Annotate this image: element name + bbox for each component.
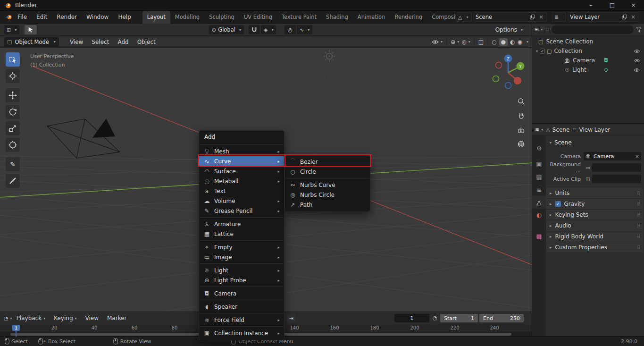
minimize-button[interactable]: – xyxy=(580,0,602,11)
remove-view-layer-button[interactable]: × xyxy=(629,14,637,20)
shading-rendered-button[interactable]: ◉ xyxy=(518,39,522,45)
new-scene-icon[interactable] xyxy=(530,15,535,20)
menu-select[interactable]: Select xyxy=(87,39,113,45)
shading-wireframe-button[interactable]: ○ xyxy=(492,39,496,45)
tab-rendering[interactable]: Rendering xyxy=(390,11,427,24)
drag-handle-icon[interactable]: ⠿ xyxy=(637,212,640,218)
menu-edit[interactable]: Edit xyxy=(32,11,52,24)
show-gizmo-dropdown[interactable]: ⊕ ▾ xyxy=(451,39,459,45)
navigation-gizmo[interactable]: Z Y xyxy=(490,53,527,90)
transform-orientation-dropdown[interactable]: ⊕ Global ▾ xyxy=(209,25,244,34)
tab-animation[interactable]: Animation xyxy=(353,11,390,24)
scene-name-field[interactable]: Scene × xyxy=(473,12,547,22)
frame-start-field[interactable]: Start 1 xyxy=(440,314,478,322)
tab-uv-editing[interactable]: UV Editing xyxy=(239,11,277,24)
curve-submenu-item-path[interactable]: ↗Path xyxy=(285,200,370,210)
select-box-tool[interactable] xyxy=(6,52,20,67)
menu-render[interactable]: Render xyxy=(52,11,82,24)
view-layer-browse-button[interactable]: ≣ xyxy=(552,12,566,22)
expand-icon[interactable]: ▾ xyxy=(536,49,538,53)
outliner-row-light[interactable]: ☉ Light ⊙ xyxy=(532,65,644,75)
pan-button[interactable] xyxy=(515,110,527,121)
outliner-row-scene-collection[interactable]: ▢ Scene Collection xyxy=(532,37,644,46)
background-scene-field[interactable]: ▭ xyxy=(584,163,641,172)
add-menu-item-empty[interactable]: ⌖Empty▸ xyxy=(199,242,284,252)
browse-image-icon[interactable]: ▭ xyxy=(584,163,592,172)
properties-editor-type-dropdown[interactable]: ≡ ▾ xyxy=(535,127,543,133)
cursor-tool[interactable] xyxy=(6,69,20,83)
maximize-button[interactable]: □ xyxy=(602,0,623,11)
menu-add[interactable]: Add xyxy=(113,39,133,45)
add-menu-item-force-field[interactable]: ≋Force Field▸ xyxy=(199,315,284,325)
current-frame-field[interactable]: 1 xyxy=(394,314,429,322)
tab-world[interactable]: ◐ xyxy=(532,209,546,221)
close-button[interactable]: × xyxy=(623,0,644,11)
panel-audio[interactable]: ▸ Audio ⠿ xyxy=(546,220,643,231)
add-menu-item-collection-instance[interactable]: ▣Collection Instance▸ xyxy=(199,328,284,338)
add-menu-item-image[interactable]: ▭Image▸ xyxy=(199,252,284,262)
menu-window[interactable]: Window xyxy=(82,11,113,24)
panel-gravity[interactable]: ▸ ✓ Gravity ⠿ xyxy=(546,199,643,210)
mode-dropdown[interactable]: ▢ Object Mode ▾ xyxy=(4,37,59,47)
hide-toggle[interactable] xyxy=(634,49,640,53)
scene-browse-button[interactable]: △ ▾ xyxy=(456,12,472,22)
options-dropdown[interactable]: Options ▾ xyxy=(493,25,526,34)
zoom-button[interactable] xyxy=(515,95,527,107)
add-menu-item-text[interactable]: aText xyxy=(199,186,284,196)
view-layer-name-field[interactable]: View Layer × xyxy=(568,12,639,22)
drag-handle-icon[interactable]: ⠿ xyxy=(637,223,640,228)
add-menu-item-lattice[interactable]: ▦Lattice xyxy=(199,229,284,239)
panel-custom-properties[interactable]: ▸ Custom Properties ⠿ xyxy=(546,242,643,253)
light-gizmo[interactable] xyxy=(323,50,335,62)
curve-submenu-item-bezier[interactable]: ⌒Bezier xyxy=(285,157,370,167)
snap-settings-dropdown[interactable]: ◈ ▾ xyxy=(261,25,276,34)
rotate-tool[interactable] xyxy=(6,105,20,119)
outliner-row-collection[interactable]: ▾ ✓ ▢ Collection xyxy=(532,46,644,56)
add-menu-item-volume[interactable]: ☁Volume▸ xyxy=(199,196,284,206)
outliner-row-camera[interactable]: Camera ◘ xyxy=(532,56,644,65)
camera-data-icon[interactable]: ◘ xyxy=(604,58,608,64)
panel-keying-sets[interactable]: ▸ Keying Sets ⠿ xyxy=(546,210,643,220)
hide-toggle[interactable] xyxy=(634,68,640,72)
tab-layout[interactable]: Layout xyxy=(142,11,170,24)
hide-toggle[interactable] xyxy=(634,59,640,63)
add-menu-item-armature[interactable]: ⅄Armature xyxy=(199,219,284,229)
menu-object[interactable]: Object xyxy=(133,39,160,45)
add-menu-item-curve[interactable]: ∿Curve▸ xyxy=(199,156,284,166)
tab-shading[interactable]: Shading xyxy=(321,11,353,24)
tab-output[interactable]: ▤ xyxy=(532,170,546,183)
menu-timeline-view[interactable]: View xyxy=(81,315,103,321)
menu-playback[interactable]: Playback▾ xyxy=(12,315,50,321)
drag-handle-icon[interactable]: ⠿ xyxy=(637,245,640,250)
breadcrumb-view-layer[interactable]: ≣ View Layer xyxy=(572,127,610,133)
drag-handle-icon[interactable]: ⠿ xyxy=(637,202,640,207)
panel-rigid-body-world[interactable]: ▸ Rigid Body World ⠿ xyxy=(546,231,643,242)
menu-keying[interactable]: Keying▾ xyxy=(50,315,81,321)
tab-sculpting[interactable]: Sculpting xyxy=(204,11,239,24)
display-mode-icon[interactable]: ≣ xyxy=(545,26,549,33)
tab-tool[interactable]: ⚙ xyxy=(532,142,546,155)
outliner-editor-type-dropdown[interactable]: ⊞ ▾ xyxy=(535,26,543,33)
proportional-edit-button[interactable]: ◎ xyxy=(284,25,296,34)
jump-to-end-button[interactable]: ⇥ xyxy=(287,314,295,322)
add-menu-item-mesh[interactable]: ▽Mesh▸ xyxy=(199,146,284,156)
unlink-scene-button[interactable]: × xyxy=(537,14,545,20)
tab-texture-paint[interactable]: Texture Paint xyxy=(277,11,321,24)
tab-scene[interactable]: △ xyxy=(532,196,546,209)
add-menu-item-light-probe[interactable]: ⊛Light Probe▸ xyxy=(199,275,284,285)
frame-end-field[interactable]: End 250 xyxy=(479,314,524,322)
add-menu-item-speaker[interactable]: ◖Speaker xyxy=(199,302,284,312)
tab-modeling[interactable]: Modeling xyxy=(170,11,204,24)
filter-funnel-icon[interactable] xyxy=(636,27,642,33)
new-view-layer-icon[interactable] xyxy=(622,15,627,20)
collection-checkbox[interactable]: ✓ xyxy=(540,49,545,54)
add-menu-item-camera[interactable]: ◘Camera xyxy=(199,288,284,298)
annotate-tool[interactable]: ✎ xyxy=(6,157,20,171)
menu-view[interactable]: View xyxy=(66,39,87,45)
proportional-falloff-dropdown[interactable]: ∿ ▾ xyxy=(297,25,312,34)
editor-type-dropdown[interactable]: ⊞ ▾ xyxy=(4,25,19,34)
playhead-marker[interactable]: 1 xyxy=(12,325,20,331)
active-tool-button[interactable] xyxy=(25,25,37,34)
xray-toggle-button[interactable]: ◫ xyxy=(478,39,484,45)
tab-texture[interactable]: ▩ xyxy=(532,230,546,243)
